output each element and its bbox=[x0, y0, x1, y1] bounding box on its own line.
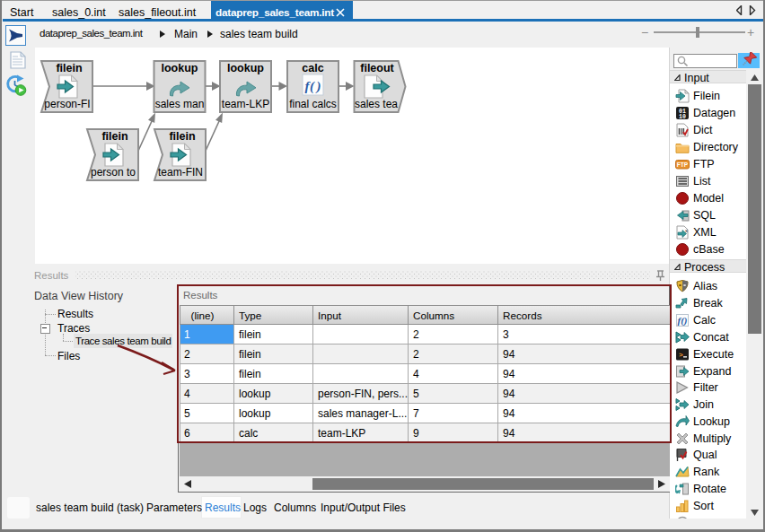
svg-text:person-FI: person-FI bbox=[44, 98, 90, 110]
svg-text:sales man: sales man bbox=[155, 98, 205, 110]
svg-text:lookup: lookup bbox=[227, 62, 264, 74]
svg-text:FTP: FTP bbox=[677, 161, 689, 168]
svg-text:filein: filein bbox=[56, 62, 82, 74]
svg-text:f(): f() bbox=[678, 315, 688, 327]
svg-text:calc: calc bbox=[302, 62, 323, 74]
svg-text:s: s bbox=[685, 228, 688, 233]
svg-text:filein: filein bbox=[101, 130, 128, 143]
svg-text:team-LKP: team-LKP bbox=[222, 98, 269, 110]
svg-text:person to: person to bbox=[91, 166, 136, 179]
svg-text:fileout: fileout bbox=[360, 62, 394, 74]
svg-text:f(): f() bbox=[305, 79, 321, 94]
svg-text:team-FIN: team-FIN bbox=[158, 166, 203, 179]
svg-text:final calcs: final calcs bbox=[289, 98, 337, 110]
svg-text:>: > bbox=[679, 351, 683, 359]
svg-text:filein: filein bbox=[169, 130, 195, 143]
svg-text:lookup: lookup bbox=[162, 62, 198, 74]
svg-text:sales tea: sales tea bbox=[355, 98, 398, 110]
svg-text:10: 10 bbox=[679, 114, 686, 120]
